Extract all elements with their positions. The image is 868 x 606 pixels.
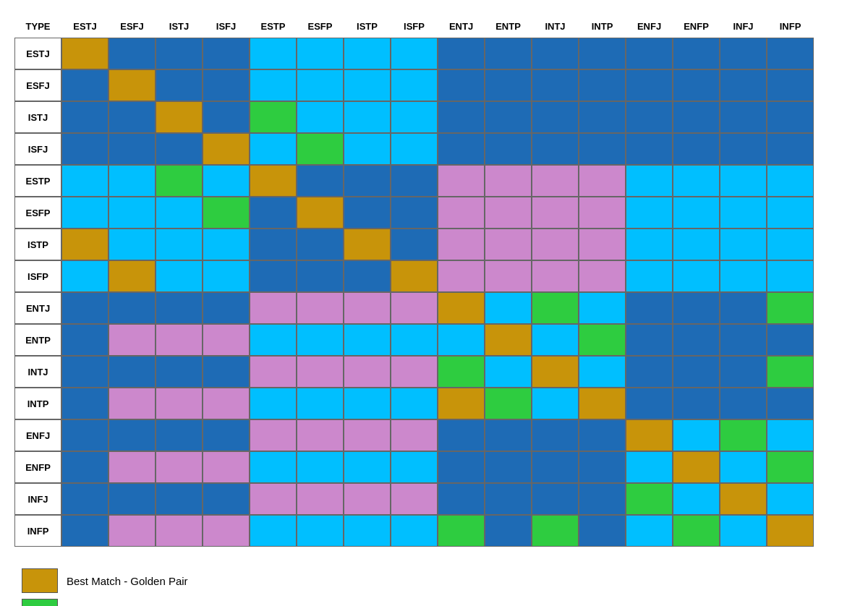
cell-esfp-infj — [720, 197, 767, 229]
cell-entj-infj — [720, 292, 767, 324]
cell-istj-enfp — [673, 101, 720, 133]
cell-estp-isfj — [203, 165, 250, 197]
cell-isfp-istj — [156, 260, 203, 292]
cell-esfp-esfj — [109, 197, 156, 229]
cell-istj-enfj — [626, 101, 673, 133]
cell-infp-esfj — [109, 515, 156, 547]
col-header-istj: ISTJ — [156, 14, 203, 38]
cell-intj-esfp — [297, 356, 344, 388]
cell-entj-esfp — [297, 292, 344, 324]
cell-esfj-entj — [438, 69, 485, 101]
cell-isfp-enfj — [626, 260, 673, 292]
cell-intp-isfp — [391, 388, 438, 419]
col-header-entp: ENTP — [485, 14, 532, 38]
cell-entj-estj — [61, 292, 109, 324]
cell-istj-estj — [61, 101, 109, 133]
cell-istp-isfp — [391, 229, 438, 260]
cell-estj-intp — [579, 38, 626, 69]
cell-intj-entj — [438, 356, 485, 388]
cell-intj-enfp — [673, 356, 720, 388]
cell-intj-isfp — [391, 356, 438, 388]
cell-esfj-entp — [485, 69, 532, 101]
cell-entp-intj — [532, 324, 579, 356]
cell-estj-esfj — [109, 38, 156, 69]
cell-entp-isfj — [203, 324, 250, 356]
cell-esfj-isfp — [391, 69, 438, 101]
cell-isfp-intp — [579, 260, 626, 292]
cell-enfj-esfj — [109, 419, 156, 451]
cell-estp-istp — [344, 165, 391, 197]
cell-enfp-intp — [579, 451, 626, 483]
cell-estj-entp — [485, 38, 532, 69]
cell-enfj-isfj — [203, 419, 250, 451]
cell-infj-enfp — [673, 483, 720, 515]
cell-isfp-istp — [344, 260, 391, 292]
cell-enfj-enfj — [626, 419, 673, 451]
cell-isfp-infj — [720, 260, 767, 292]
cell-intp-estp — [250, 388, 297, 419]
cell-intj-istp — [344, 356, 391, 388]
cell-intp-intp — [579, 388, 626, 419]
cell-esfj-infp — [767, 69, 814, 101]
cell-esfp-entp — [485, 197, 532, 229]
cell-intp-esfp — [297, 388, 344, 419]
row-label-infp: INFP — [14, 515, 61, 547]
cell-istp-intp — [579, 229, 626, 260]
cell-intj-enfj — [626, 356, 673, 388]
cell-isfp-enfp — [673, 260, 720, 292]
cell-istp-estj — [61, 229, 109, 260]
cell-esfj-estp — [250, 69, 297, 101]
cell-esfp-enfp — [673, 197, 720, 229]
cell-intp-esfj — [109, 388, 156, 419]
cell-entp-estp — [250, 324, 297, 356]
cell-infp-isfp — [391, 515, 438, 547]
cell-entj-entj — [438, 292, 485, 324]
cell-esfj-estj — [61, 69, 109, 101]
cell-istj-entj — [438, 101, 485, 133]
cell-isfp-isfp — [391, 260, 438, 292]
cell-esfp-isfj — [203, 197, 250, 229]
legend-color-box — [22, 599, 58, 606]
cell-isfp-entp — [485, 260, 532, 292]
cell-estp-entj — [438, 165, 485, 197]
cell-entj-intp — [579, 292, 626, 324]
cell-enfj-esfp — [297, 419, 344, 451]
cell-infj-intj — [532, 483, 579, 515]
cell-entj-infp — [767, 292, 814, 324]
cell-istj-isfp — [391, 101, 438, 133]
cell-infj-enfj — [626, 483, 673, 515]
cell-intp-enfp — [673, 388, 720, 419]
legend-item: High Compatibility — [22, 599, 197, 606]
cell-esfj-istp — [344, 69, 391, 101]
cell-isfj-istp — [344, 133, 391, 165]
cell-isfp-isfj — [203, 260, 250, 292]
grid-row-esfp: ESFP — [14, 197, 814, 229]
row-label-estp: ESTP — [14, 165, 61, 197]
cell-istp-infp — [767, 229, 814, 260]
cell-entp-isfp — [391, 324, 438, 356]
cell-infj-estp — [250, 483, 297, 515]
cell-isfp-esfp — [297, 260, 344, 292]
cell-enfj-estj — [61, 419, 109, 451]
col-header-infp: INFP — [767, 14, 814, 38]
cell-entp-enfj — [626, 324, 673, 356]
cell-istp-entj — [438, 229, 485, 260]
cell-entj-intj — [532, 292, 579, 324]
cell-estj-isfj — [203, 38, 250, 69]
cell-infp-intj — [532, 515, 579, 547]
col-header-esfp: ESFP — [297, 14, 344, 38]
cell-estj-enfp — [673, 38, 720, 69]
cell-entj-esfj — [109, 292, 156, 324]
grid-row-enfj: ENFJ — [14, 419, 814, 451]
cell-enfj-estp — [250, 419, 297, 451]
grid-row-entj: ENTJ — [14, 292, 814, 324]
cell-entj-isfp — [391, 292, 438, 324]
row-label-intj: INTJ — [14, 356, 61, 388]
cell-infj-istj — [156, 483, 203, 515]
cell-isfj-intj — [532, 133, 579, 165]
grid-row-intp: INTP — [14, 388, 814, 419]
cell-istp-estp — [250, 229, 297, 260]
cell-istp-enfp — [673, 229, 720, 260]
cell-entp-infp — [767, 324, 814, 356]
cell-infj-infp — [767, 483, 814, 515]
